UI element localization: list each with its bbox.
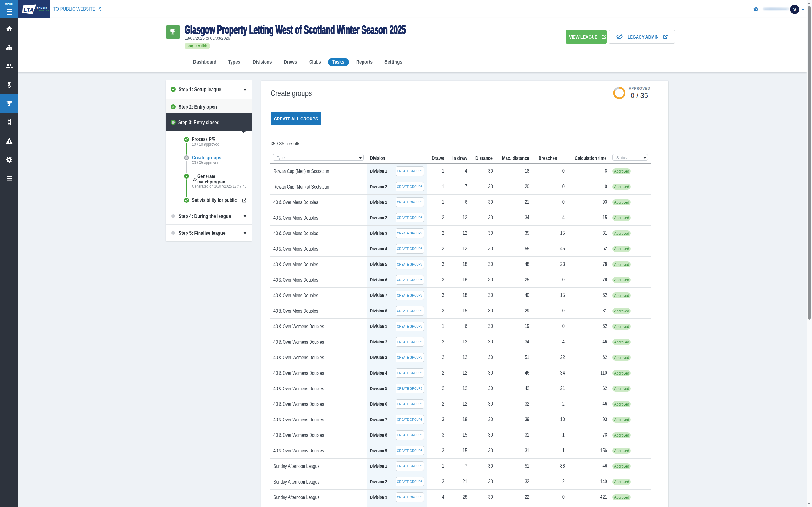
svg-text:TENNIS: TENNIS bbox=[37, 7, 47, 9]
svg-text:FOR BRITAIN: FOR BRITAIN bbox=[37, 10, 49, 12]
svg-text:LTA: LTA bbox=[24, 7, 34, 13]
